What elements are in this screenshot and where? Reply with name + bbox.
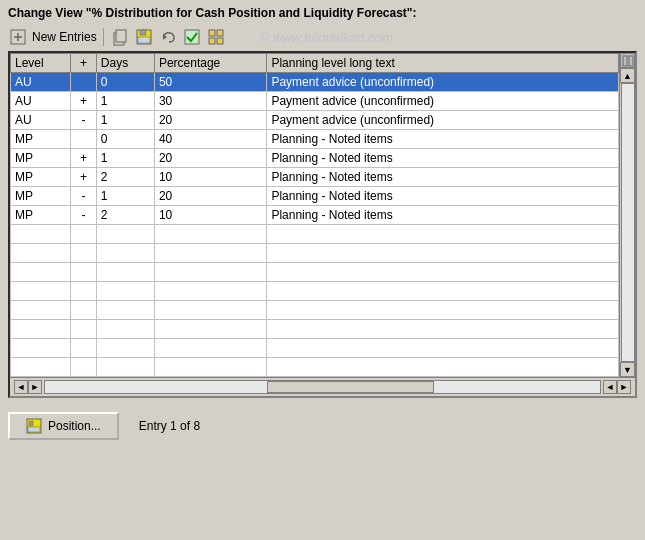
cell-days: 1 (96, 187, 154, 206)
table-row[interactable]: AU+130Payment advice (unconfirmed) (11, 92, 619, 111)
cell-text: Planning - Noted items (267, 149, 619, 168)
entry-info: Entry 1 of 8 (139, 419, 200, 433)
cell-level: MP (11, 206, 71, 225)
hscroll-thumb (267, 381, 434, 393)
table-row-empty (11, 320, 619, 339)
watermark: © www.tutorialkart.com (260, 30, 393, 45)
save-icon[interactable] (134, 27, 154, 47)
svg-rect-15 (629, 56, 633, 66)
cell-sign: - (71, 111, 97, 130)
svg-rect-11 (217, 30, 223, 36)
scroll-up-button[interactable]: ▲ (620, 68, 635, 83)
table-row-empty (11, 244, 619, 263)
svg-rect-7 (138, 37, 150, 43)
cell-days: 2 (96, 168, 154, 187)
cell-days: 0 (96, 130, 154, 149)
table-row-empty (11, 358, 619, 377)
col-header-days: Days (96, 54, 154, 73)
hscroll-track (44, 380, 601, 394)
svg-rect-4 (116, 30, 126, 42)
copy-icon[interactable] (110, 27, 130, 47)
table-row-empty (11, 263, 619, 282)
col-header-text: Planning level long text (267, 54, 619, 73)
cell-percentage: 20 (154, 111, 266, 130)
svg-rect-12 (209, 38, 215, 44)
cell-percentage: 30 (154, 92, 266, 111)
position-button-label: Position... (48, 419, 101, 433)
cell-level: AU (11, 92, 71, 111)
cell-days: 0 (96, 73, 154, 92)
cell-text: Payment advice (unconfirmed) (267, 73, 619, 92)
new-entries-label: New Entries (32, 30, 97, 44)
table-row-empty (11, 282, 619, 301)
scroll-track (621, 83, 635, 362)
column-icon[interactable] (620, 53, 635, 68)
cell-sign (71, 73, 97, 92)
col-header-level: Level (11, 54, 71, 73)
cell-level: MP (11, 130, 71, 149)
cell-days: 1 (96, 111, 154, 130)
scroll-left-button[interactable]: ◄ (14, 380, 28, 394)
table-row[interactable]: MP+120Planning - Noted items (11, 149, 619, 168)
page-title: Change View "% Distribution for Cash Pos… (8, 6, 417, 20)
cell-percentage: 20 (154, 149, 266, 168)
cell-sign (71, 130, 97, 149)
svg-rect-18 (28, 427, 40, 432)
cell-percentage: 10 (154, 168, 266, 187)
title-bar: Change View "% Distribution for Cash Pos… (0, 0, 645, 24)
cell-text: Planning - Noted items (267, 206, 619, 225)
scroll-right-button[interactable]: ► (28, 380, 42, 394)
toolbar-separator-1 (103, 28, 104, 46)
toolbar: New Entries © www.tut (0, 24, 645, 51)
cell-sign: - (71, 206, 97, 225)
svg-rect-10 (209, 30, 215, 36)
cell-sign: + (71, 168, 97, 187)
cell-days: 1 (96, 149, 154, 168)
vertical-scrollbar[interactable]: ▲ ▼ (619, 53, 635, 377)
edit-icon (8, 27, 28, 47)
table-row-empty (11, 225, 619, 244)
col-header-percentage: Percentage (154, 54, 266, 73)
svg-rect-6 (140, 30, 146, 35)
cell-percentage: 50 (154, 73, 266, 92)
table-row-empty (11, 339, 619, 358)
table-row[interactable]: MP-210Planning - Noted items (11, 206, 619, 225)
cell-level: MP (11, 149, 71, 168)
table-row-empty (11, 301, 619, 320)
cell-level: MP (11, 187, 71, 206)
cell-text: Planning - Noted items (267, 130, 619, 149)
cell-level: AU (11, 111, 71, 130)
scroll-far-left-button[interactable]: ◄ (603, 380, 617, 394)
svg-rect-14 (623, 56, 627, 66)
main-area: Level + Days Percentage Planning level l… (8, 51, 637, 398)
position-icon (26, 418, 42, 434)
grid-icon[interactable] (206, 27, 226, 47)
svg-rect-13 (217, 38, 223, 44)
cell-sign: + (71, 149, 97, 168)
cell-text: Planning - Noted items (267, 168, 619, 187)
check-icon[interactable] (182, 27, 202, 47)
table-row[interactable]: MP-120Planning - Noted items (11, 187, 619, 206)
footer: Position... Entry 1 of 8 (0, 404, 645, 448)
scroll-far-right-button[interactable]: ► (617, 380, 631, 394)
cell-sign: + (71, 92, 97, 111)
horizontal-scrollbar[interactable]: ◄ ► ◄ ► (10, 377, 635, 396)
svg-rect-17 (29, 421, 33, 426)
cell-percentage: 10 (154, 206, 266, 225)
position-button[interactable]: Position... (8, 412, 119, 440)
cell-text: Payment advice (unconfirmed) (267, 92, 619, 111)
table-row[interactable]: MP040Planning - Noted items (11, 130, 619, 149)
cell-percentage: 20 (154, 187, 266, 206)
table-row[interactable]: AU-120Payment advice (unconfirmed) (11, 111, 619, 130)
cell-text: Payment advice (unconfirmed) (267, 111, 619, 130)
cell-text: Planning - Noted items (267, 187, 619, 206)
undo-icon[interactable] (158, 27, 178, 47)
cell-percentage: 40 (154, 130, 266, 149)
cell-level: MP (11, 168, 71, 187)
cell-level: AU (11, 73, 71, 92)
new-entries-button[interactable]: New Entries (32, 30, 97, 44)
table-row[interactable]: MP+210Planning - Noted items (11, 168, 619, 187)
scroll-down-button[interactable]: ▼ (620, 362, 635, 377)
cell-days: 2 (96, 206, 154, 225)
table-row[interactable]: AU050Payment advice (unconfirmed) (11, 73, 619, 92)
